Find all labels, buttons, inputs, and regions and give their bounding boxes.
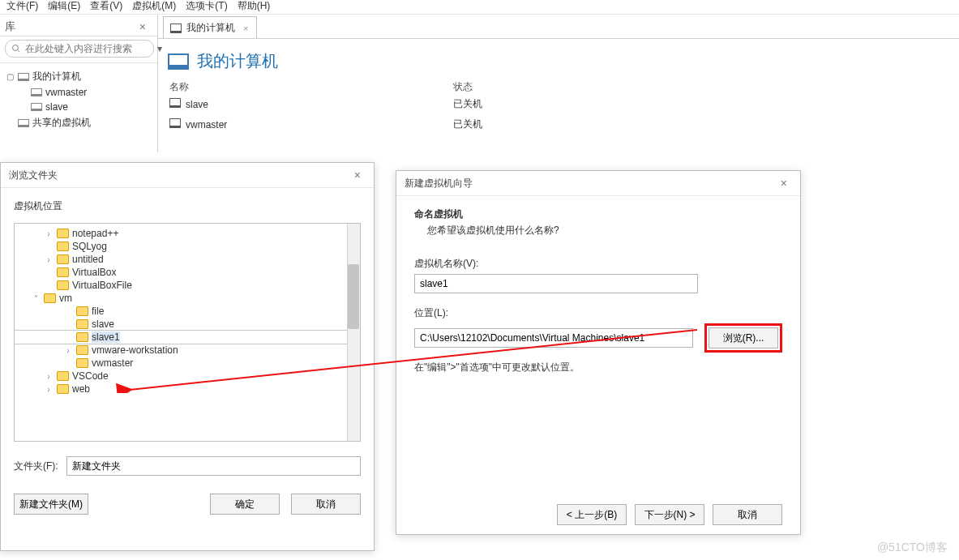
col-header-state[interactable]: 状态 — [453, 80, 615, 94]
expand-icon[interactable]: ˅ — [31, 294, 41, 303]
vm-name-input[interactable] — [414, 274, 698, 293]
dialog-close-button[interactable]: × — [349, 168, 366, 182]
vm-name-label: 虚拟机名称(V): — [414, 257, 782, 271]
folder-icon — [44, 293, 56, 303]
expand-icon[interactable]: › — [44, 255, 54, 264]
folder-label: slave1 — [92, 331, 120, 343]
folder-tree: ›notepad++SQLyog›untitledVirtualBoxVirtu… — [14, 223, 361, 442]
folder-row-vscode[interactable]: ›VSCode — [15, 370, 360, 383]
folder-icon — [76, 306, 88, 316]
folder-row-slave[interactable]: slave — [15, 318, 360, 331]
folder-row-slave1[interactable]: slave1 — [15, 331, 360, 344]
folder-label: SQLyog — [72, 241, 107, 252]
menu-view[interactable]: 查看(V) — [90, 0, 122, 13]
tab-my-computer[interactable]: 我的计算机 × — [163, 16, 257, 38]
folder-row-vm[interactable]: ˅vm — [15, 292, 360, 305]
vm-row-vwmaster[interactable]: vwmaster 已关机 — [158, 114, 959, 135]
search-icon — [11, 44, 21, 56]
cancel-button[interactable]: 取消 — [713, 504, 782, 525]
folder-label: file — [92, 306, 104, 317]
expand-icon[interactable]: › — [44, 385, 54, 394]
svg-point-0 — [13, 45, 19, 51]
library-close-button[interactable]: × — [135, 19, 151, 34]
menu-vm[interactable]: 虚拟机(M) — [132, 0, 176, 13]
next-button[interactable]: 下一步(N) > — [635, 504, 704, 525]
tree-node-my-computer[interactable]: ▢ 我的计算机 — [3, 68, 154, 85]
folder-icon — [57, 371, 69, 381]
computer-icon — [170, 24, 182, 33]
folder-row-untitled[interactable]: ›untitled — [15, 253, 360, 266]
folder-icon — [76, 358, 88, 368]
folder-icon — [57, 229, 69, 238]
library-search-input[interactable] — [5, 40, 154, 58]
main-panel: 我的计算机 × 我的计算机 名称 状态 slave 已关机 vwmaster 已… — [158, 15, 959, 152]
folder-label: untitled — [72, 254, 104, 265]
menu-help[interactable]: 帮助(H) — [238, 0, 271, 13]
expand-icon[interactable]: › — [44, 372, 54, 381]
tree-label: vwmaster — [45, 87, 87, 98]
folder-row-vmware-workstation[interactable]: ›vmware-workstation — [15, 344, 360, 357]
vm-icon — [169, 98, 181, 108]
folder-name-input[interactable] — [66, 456, 361, 476]
tree-label: slave — [45, 101, 68, 113]
location-input[interactable] — [414, 328, 693, 348]
svg-line-1 — [18, 50, 20, 53]
tab-close-icon[interactable]: × — [243, 24, 248, 33]
tree-node-slave[interactable]: slave — [3, 100, 154, 114]
folder-row-vwmaster[interactable]: vwmaster — [15, 357, 360, 370]
folder-icon — [57, 280, 69, 290]
expand-icon[interactable]: › — [44, 229, 54, 238]
back-button[interactable]: < 上一步(B) — [557, 504, 627, 525]
folder-icon — [76, 332, 88, 342]
folder-label: slave — [92, 318, 114, 330]
tree-node-vwmaster[interactable]: vwmaster — [3, 85, 154, 100]
col-header-name[interactable]: 名称 — [169, 80, 453, 94]
vm-table-header: 名称 状态 — [158, 80, 959, 94]
menu-edit[interactable]: 编辑(E) — [48, 0, 80, 13]
ok-button[interactable]: 确定 — [210, 494, 280, 515]
page-title: 我的计算机 — [197, 50, 278, 72]
vm-row-slave[interactable]: slave 已关机 — [158, 94, 959, 114]
library-pane: 库 × ▾ ▢ 我的计算机 vwmaster slave — [0, 15, 158, 152]
folder-icon — [76, 345, 88, 355]
computer-icon — [168, 53, 189, 70]
new-folder-button[interactable]: 新建文件夹(M) — [14, 494, 88, 515]
library-tree: ▢ 我的计算机 vwmaster slave 共享的虚拟机 — [0, 63, 157, 136]
scrollbar[interactable] — [347, 224, 360, 441]
folder-label: notepad++ — [72, 228, 118, 239]
cancel-button[interactable]: 取消 — [291, 494, 361, 515]
vm-name: vwmaster — [186, 119, 227, 130]
folder-icon — [57, 242, 69, 251]
folder-label: VSCode — [72, 370, 109, 382]
folder-row-virtualboxfile[interactable]: VirtualBoxFile — [15, 279, 360, 292]
folder-label: web — [72, 383, 90, 395]
expand-icon[interactable]: › — [63, 346, 73, 355]
wizard-note: 在"编辑">"首选项"中可更改默认位置。 — [414, 361, 782, 374]
vm-icon — [31, 103, 42, 111]
folder-label: VirtualBoxFile — [72, 280, 132, 291]
folder-row-sqlyog[interactable]: SQLyog — [15, 240, 360, 253]
folder-row-file[interactable]: file — [15, 305, 360, 318]
folder-label: vwmaster — [92, 357, 133, 369]
folder-row-virtualbox[interactable]: VirtualBox — [15, 266, 360, 279]
folder-icon — [57, 384, 69, 394]
tab-label: 我的计算机 — [186, 21, 235, 35]
tree-node-shared[interactable]: 共享的虚拟机 — [3, 114, 154, 131]
scrollbar-thumb[interactable] — [348, 264, 359, 329]
browse-button-highlight: 浏览(R)... — [704, 323, 782, 353]
folder-row-notepad++[interactable]: ›notepad++ — [15, 227, 360, 240]
folder-icon — [76, 319, 88, 329]
watermark: @51CTO博客 — [877, 541, 948, 555]
computer-icon — [18, 119, 29, 127]
folder-row-web[interactable]: ›web — [15, 383, 360, 395]
wizard-heading: 命名虚拟机 — [414, 207, 782, 221]
wizard-close-button[interactable]: × — [776, 176, 792, 190]
chevron-down-icon[interactable]: ▾ — [157, 41, 162, 56]
menu-tabs[interactable]: 选项卡(T) — [186, 0, 227, 13]
menu-file[interactable]: 文件(F) — [6, 0, 38, 13]
folder-label: vmware-workstation — [92, 344, 178, 356]
tab-strip: 我的计算机 × — [158, 15, 959, 39]
vm-state: 已关机 — [453, 118, 615, 131]
folder-icon — [57, 254, 69, 264]
browse-button[interactable]: 浏览(R)... — [709, 327, 778, 348]
